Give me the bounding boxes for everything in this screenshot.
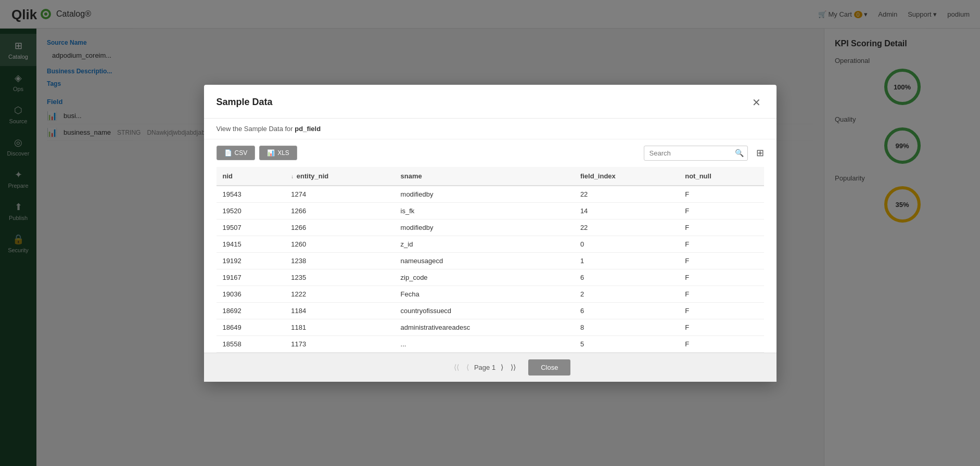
cell-field_index-2: 22 bbox=[574, 219, 679, 236]
cell-field_index-1: 14 bbox=[574, 202, 679, 219]
csv-button[interactable]: 📄 CSV bbox=[217, 146, 256, 160]
table-row: 195431274modifiedby22F bbox=[217, 186, 764, 203]
cell-field_index-3: 0 bbox=[574, 236, 679, 252]
cell-nid-7: 18692 bbox=[217, 302, 285, 319]
cell-field_index-5: 6 bbox=[574, 269, 679, 286]
cell-not_null-6: F bbox=[679, 286, 763, 302]
table-row: 191671235zip_code6F bbox=[217, 269, 764, 286]
cell-nid-9: 18558 bbox=[217, 335, 285, 352]
cell-field_index-0: 22 bbox=[574, 186, 679, 203]
table-row: 194151260z_id0F bbox=[217, 236, 764, 252]
table-header: nid ↓ entity_nid sname field_index not_n… bbox=[217, 167, 764, 186]
cell-sname-0: modifiedby bbox=[394, 186, 574, 203]
csv-icon: 📄 bbox=[224, 149, 232, 157]
modal-title: Sample Data bbox=[217, 97, 273, 108]
col-sname-label: sname bbox=[401, 172, 422, 180]
col-nid-label: nid bbox=[223, 172, 233, 180]
search-input[interactable] bbox=[644, 146, 748, 161]
cell-sname-6: Fecha bbox=[394, 286, 574, 302]
col-not-null: not_null bbox=[679, 167, 763, 186]
modal-toolbar: 📄 CSV 📊 XLS 🔍 ⊞ bbox=[204, 139, 777, 167]
page-label: Page 1 bbox=[474, 364, 495, 371]
subtitle-text: View the Sample Data for bbox=[217, 125, 293, 133]
cell-entity_nid-5: 1235 bbox=[285, 269, 394, 286]
modal-close-button[interactable]: ✕ bbox=[749, 95, 764, 110]
next-page-button[interactable]: ⟩ bbox=[499, 362, 505, 372]
cell-sname-9: ... bbox=[394, 335, 574, 352]
col-field-index-label: field_index bbox=[580, 172, 616, 180]
modal-footer: ⟨⟨ ⟨ Page 1 ⟩ ⟩⟩ Close bbox=[204, 353, 777, 382]
cell-not_null-8: F bbox=[679, 319, 763, 335]
cell-entity_nid-3: 1260 bbox=[285, 236, 394, 252]
page-text: Page bbox=[474, 364, 490, 371]
table-row: 186491181administrativeareadesc8F bbox=[217, 319, 764, 335]
cell-entity_nid-6: 1222 bbox=[285, 286, 394, 302]
cell-nid-6: 19036 bbox=[217, 286, 285, 302]
cell-nid-2: 19507 bbox=[217, 219, 285, 236]
modal-overlay: Sample Data ✕ View the Sample Data for p… bbox=[0, 0, 980, 466]
xls-icon: 📊 bbox=[267, 149, 275, 157]
cell-sname-3: z_id bbox=[394, 236, 574, 252]
table-row: 195201266is_fk14F bbox=[217, 202, 764, 219]
cell-field_index-8: 8 bbox=[574, 319, 679, 335]
col-not-null-label: not_null bbox=[685, 172, 711, 180]
modal-header: Sample Data ✕ bbox=[204, 85, 777, 119]
cell-nid-3: 19415 bbox=[217, 236, 285, 252]
cell-nid-5: 19167 bbox=[217, 269, 285, 286]
cell-entity_nid-4: 1238 bbox=[285, 252, 394, 269]
col-field-index: field_index bbox=[574, 167, 679, 186]
col-entity-nid-label: entity_nid bbox=[297, 172, 328, 180]
cell-field_index-7: 6 bbox=[574, 302, 679, 319]
cell-not_null-9: F bbox=[679, 335, 763, 352]
cell-sname-1: is_fk bbox=[394, 202, 574, 219]
csv-label: CSV bbox=[235, 149, 248, 157]
table-header-row: nid ↓ entity_nid sname field_index not_n… bbox=[217, 167, 764, 186]
last-page-button[interactable]: ⟩⟩ bbox=[508, 362, 518, 372]
subtitle-field: pd_field bbox=[295, 125, 321, 133]
cell-nid-1: 19520 bbox=[217, 202, 285, 219]
table-body: 195431274modifiedby22F195201266is_fk14F1… bbox=[217, 186, 764, 353]
modal-subtitle: View the Sample Data for pd_field bbox=[204, 119, 777, 139]
modal-table-wrap: nid ↓ entity_nid sname field_index not_n… bbox=[204, 167, 777, 353]
grid-view-icon[interactable]: ⊞ bbox=[756, 147, 764, 159]
sort-arrow-entity-nid: ↓ bbox=[291, 174, 294, 179]
cell-nid-0: 19543 bbox=[217, 186, 285, 203]
close-button[interactable]: Close bbox=[528, 359, 570, 376]
cell-sname-7: countryofissuecd bbox=[394, 302, 574, 319]
close-icon: ✕ bbox=[752, 96, 761, 109]
cell-not_null-7: F bbox=[679, 302, 763, 319]
first-page-button[interactable]: ⟨⟨ bbox=[452, 362, 461, 372]
xls-button[interactable]: 📊 XLS bbox=[259, 146, 297, 160]
cell-field_index-6: 2 bbox=[574, 286, 679, 302]
table-row: 186921184countryofissuecd6F bbox=[217, 302, 764, 319]
cell-sname-2: modifiedby bbox=[394, 219, 574, 236]
search-icon: 🔍 bbox=[735, 149, 744, 157]
table-row: 185581173...5F bbox=[217, 335, 764, 352]
current-page: 1 bbox=[492, 364, 495, 371]
cell-field_index-4: 1 bbox=[574, 252, 679, 269]
table-row: 195071266modifiedby22F bbox=[217, 219, 764, 236]
col-sname: sname bbox=[394, 167, 574, 186]
cell-sname-8: administrativeareadesc bbox=[394, 319, 574, 335]
sample-data-modal: Sample Data ✕ View the Sample Data for p… bbox=[204, 85, 777, 382]
cell-entity_nid-9: 1173 bbox=[285, 335, 394, 352]
cell-entity_nid-8: 1181 bbox=[285, 319, 394, 335]
col-nid: nid bbox=[217, 167, 285, 186]
cell-nid-8: 18649 bbox=[217, 319, 285, 335]
cell-entity_nid-7: 1184 bbox=[285, 302, 394, 319]
col-entity-nid[interactable]: ↓ entity_nid bbox=[285, 167, 394, 186]
cell-not_null-5: F bbox=[679, 269, 763, 286]
xls-label: XLS bbox=[277, 149, 289, 157]
table-row: 190361222Fecha2F bbox=[217, 286, 764, 302]
prev-page-button[interactable]: ⟨ bbox=[464, 362, 471, 372]
search-box: 🔍 bbox=[644, 146, 748, 161]
cell-entity_nid-0: 1274 bbox=[285, 186, 394, 203]
cell-entity_nid-1: 1266 bbox=[285, 202, 394, 219]
cell-not_null-2: F bbox=[679, 219, 763, 236]
table-row: 191921238nameusagecd1F bbox=[217, 252, 764, 269]
pagination: ⟨⟨ ⟨ Page 1 ⟩ ⟩⟩ bbox=[452, 362, 518, 372]
cell-not_null-4: F bbox=[679, 252, 763, 269]
cell-nid-4: 19192 bbox=[217, 252, 285, 269]
cell-sname-5: zip_code bbox=[394, 269, 574, 286]
cell-field_index-9: 5 bbox=[574, 335, 679, 352]
